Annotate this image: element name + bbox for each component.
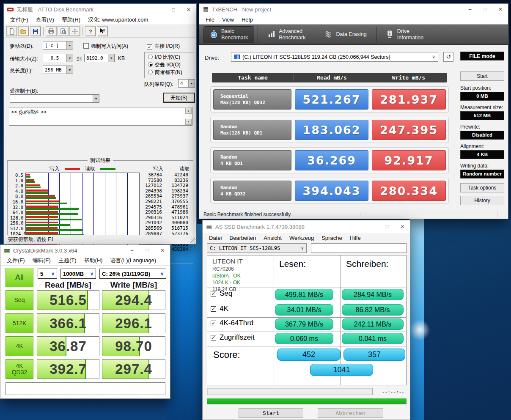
all-test-button[interactable]: All — [5, 268, 33, 287]
test-label-button[interactable]: 512K — [5, 313, 33, 333]
close-button[interactable]: ✕ — [493, 4, 508, 15]
comment-input[interactable] — [5, 382, 165, 395]
minimize-button[interactable]: – — [462, 4, 478, 15]
minimize-button[interactable]: — — [364, 220, 379, 233]
close-button[interactable]: ✕ — [155, 245, 170, 256]
tab-drive-information[interactable]: DriveInformation — [380, 26, 430, 43]
write-value-cell[interactable]: 297.4 — [102, 359, 165, 379]
drive-combo[interactable]: (C:) LITEON IT SCS-128L9S 119.24 GB (250… — [231, 52, 438, 62]
txbench-titlebar[interactable]: TxBENCH - New project – □ ✕ — [199, 4, 508, 15]
write-value-cell[interactable]: 294.4 — [102, 290, 165, 310]
cancel-button[interactable]: Abbrechen — [318, 408, 383, 418]
read-value-button[interactable]: 36.269 — [295, 150, 369, 170]
test-label-button[interactable]: Seq — [5, 290, 33, 310]
menu-item[interactable]: 帮助(H) — [58, 16, 84, 24]
radio-icon[interactable] — [148, 62, 153, 67]
close-button[interactable]: ✕ — [181, 4, 196, 15]
task-button[interactable]: SequentialMax(128 KB) QD32 — [213, 89, 291, 110]
menu-item[interactable]: 主题(T) — [55, 257, 80, 264]
menu-item[interactable]: 查看(V) — [32, 16, 58, 24]
radio-option[interactable]: I/O 比较(C) — [148, 54, 194, 61]
write-value-cell[interactable]: 98.70 — [102, 336, 165, 356]
test-label-button[interactable]: 4K — [5, 336, 33, 356]
menu-item[interactable]: Datei — [205, 235, 225, 241]
radio-icon[interactable] — [148, 70, 153, 74]
menu-item[interactable]: Hilfe — [346, 235, 365, 241]
checkbox-icon[interactable] — [83, 43, 89, 49]
checkbox-icon[interactable]: ✓ — [211, 321, 216, 326]
save-button[interactable] — [30, 26, 41, 36]
menu-item[interactable]: 文件(F) — [6, 16, 32, 24]
measurement-size-value[interactable]: 512 MB — [460, 111, 504, 120]
radio-option[interactable]: 交叠 I/O(O) — [148, 61, 194, 69]
file-mode-button[interactable]: FILE mode — [460, 52, 504, 60]
read-value-button[interactable]: 521.267 — [295, 89, 369, 110]
transfer-from-combo[interactable]: 0.5▼ — [43, 54, 73, 62]
maximize-button[interactable]: □ — [166, 4, 181, 15]
scroll-down-icon[interactable]: ▼ — [185, 119, 192, 125]
write-value-button[interactable]: 280.334 — [372, 181, 446, 201]
read-value-button[interactable]: 394.043 — [295, 181, 369, 201]
resize-grip[interactable] — [190, 238, 196, 244]
start-button[interactable]: Start — [460, 71, 504, 81]
cdm-titlebar[interactable]: CrystalDiskMark 3.0.3 x64 – □ ✕ — [0, 245, 170, 256]
force-write-checkbox[interactable]: 强制写入访问(A) — [83, 43, 128, 50]
read-value-button[interactable]: 183.062 — [295, 120, 369, 140]
secondary-input[interactable] — [311, 243, 407, 253]
drive-select[interactable]: C: 26% (31/119GB)∨ — [99, 269, 166, 279]
refresh-button[interactable]: ↺ — [443, 52, 453, 62]
menu-item[interactable]: Sprache — [318, 235, 346, 241]
atto-titlebar[interactable]: 无标题 - ATTO Disk Benchmark – □ ✕ — [4, 4, 196, 15]
total-length-combo[interactable]: 256 MB▼ — [43, 66, 73, 74]
radio-option[interactable]: 两者都不(N) — [148, 69, 194, 77]
transfer-to-combo[interactable]: 8192.0▼ — [84, 54, 115, 62]
task-button[interactable]: Random4 KB QD32 — [213, 181, 291, 201]
close-button[interactable]: ✕ — [395, 220, 410, 233]
write-value-button[interactable]: 247.395 — [372, 120, 446, 140]
menu-item[interactable]: Ansicht — [260, 235, 286, 241]
minimize-button[interactable]: – — [124, 245, 140, 256]
test-label-button[interactable]: 4KQD32 — [5, 359, 33, 379]
drive-combo[interactable]: [-c-]▼ — [43, 41, 73, 49]
controlled-by-combo[interactable]: ▼ — [10, 94, 99, 103]
start-button[interactable]: 开始(S) — [163, 93, 195, 103]
checkbox-icon[interactable]: ✓ — [211, 291, 216, 296]
menu-item[interactable]: 帮助(H) — [80, 257, 107, 264]
menu-item[interactable]: Bearbeiten — [225, 235, 260, 241]
direct-io-checkbox[interactable]: ✓直接 I/O(R) — [147, 43, 180, 50]
history-button[interactable]: History — [460, 196, 504, 205]
write-value-button[interactable]: 281.937 — [372, 89, 446, 110]
read-value-cell[interactable]: 392.7 — [37, 359, 99, 379]
start-position-value[interactable]: 0 MB — [460, 92, 504, 101]
write-value-button[interactable]: 92.917 — [372, 150, 446, 170]
test-size-select[interactable]: 1000MB∨ — [60, 269, 96, 279]
checkbox-icon[interactable]: ✓ — [211, 306, 216, 312]
read-value-cell[interactable]: 366.1 — [37, 313, 99, 333]
task-options-button[interactable]: Task options — [460, 183, 504, 192]
writing-data-value[interactable]: Random number — [460, 170, 504, 178]
move-tool-icon[interactable] — [69, 26, 80, 36]
alignment-value[interactable]: 4 KB — [460, 150, 504, 159]
task-button[interactable]: RandomMax(128 KB) QD1 — [213, 120, 291, 140]
radio-icon[interactable] — [148, 55, 153, 59]
menu-item[interactable]: 汉化: www.upantool.com — [84, 16, 152, 24]
tab-advanced-benchmark[interactable]: AdvancedBenchmark — [261, 26, 311, 43]
write-value-cell[interactable]: 296.1 — [102, 313, 165, 333]
print-preview-button[interactable] — [58, 26, 69, 36]
menu-item[interactable]: View — [218, 16, 238, 23]
menu-item[interactable]: File — [202, 16, 218, 23]
menu-item[interactable]: Werkzeug — [286, 235, 318, 241]
menu-item[interactable]: 编辑(E) — [29, 257, 55, 264]
scroll-up-icon[interactable]: ▲ — [185, 108, 192, 114]
read-value-cell[interactable]: 516.5 — [37, 290, 99, 310]
print-button[interactable] — [46, 26, 57, 36]
checkbox-icon[interactable]: ✓ — [211, 335, 216, 340]
tab-basic-benchmark[interactable]: BasicBenchmark — [203, 26, 254, 43]
new-file-button[interactable] — [6, 26, 17, 36]
maximize-button[interactable]: □ — [478, 4, 493, 15]
test-count-select[interactable]: 5∨ — [38, 269, 57, 279]
prewrite-value[interactable]: Disabled — [460, 131, 504, 140]
checkbox-checked-icon[interactable]: ✓ — [147, 44, 152, 50]
menu-item[interactable]: 语言(L)(Language) — [107, 257, 160, 264]
tab-data-erasing[interactable]: Data Erasing — [319, 26, 372, 43]
